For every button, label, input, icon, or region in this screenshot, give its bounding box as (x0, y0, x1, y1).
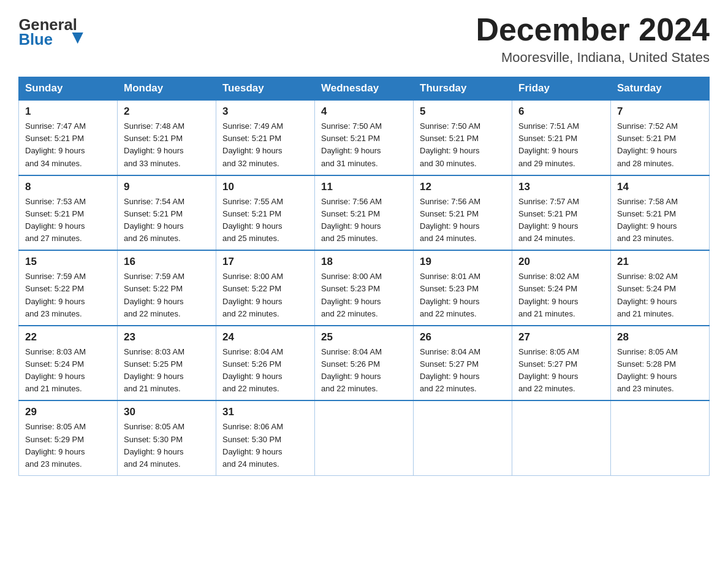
weekday-header-wednesday: Wednesday (315, 77, 414, 101)
day-number: 8 (25, 181, 111, 193)
calendar-cell: 24 Sunrise: 8:04 AMSunset: 5:26 PMDaylig… (216, 326, 315, 401)
week-row-2: 8 Sunrise: 7:53 AMSunset: 5:21 PMDayligh… (19, 175, 710, 251)
day-info: Sunrise: 8:02 AMSunset: 5:24 PMDaylight:… (518, 270, 604, 320)
day-number: 12 (420, 181, 506, 193)
day-info: Sunrise: 8:05 AMSunset: 5:28 PMDaylight:… (617, 346, 703, 396)
day-info: Sunrise: 8:04 AMSunset: 5:27 PMDaylight:… (420, 346, 506, 396)
calendar-cell: 2 Sunrise: 7:48 AMSunset: 5:21 PMDayligh… (118, 100, 216, 175)
day-info: Sunrise: 8:03 AMSunset: 5:24 PMDaylight:… (25, 346, 111, 396)
calendar-cell: 25 Sunrise: 8:04 AMSunset: 5:26 PMDaylig… (315, 326, 414, 401)
day-info: Sunrise: 8:01 AMSunset: 5:23 PMDaylight:… (420, 270, 506, 320)
calendar-cell: 31 Sunrise: 8:06 AMSunset: 5:30 PMDaylig… (216, 400, 315, 475)
day-number: 4 (321, 105, 407, 118)
day-number: 1 (25, 105, 111, 118)
day-number: 21 (617, 256, 703, 268)
day-info: Sunrise: 7:53 AMSunset: 5:21 PMDaylight:… (25, 196, 111, 245)
day-info: Sunrise: 7:59 AMSunset: 5:22 PMDaylight:… (124, 270, 210, 320)
weekday-header-monday: Monday (118, 77, 216, 101)
week-row-1: 1 Sunrise: 7:47 AMSunset: 5:21 PMDayligh… (19, 100, 710, 175)
day-info: Sunrise: 8:00 AMSunset: 5:23 PMDaylight:… (321, 270, 407, 320)
day-info: Sunrise: 8:04 AMSunset: 5:26 PMDaylight:… (222, 346, 308, 396)
weekday-header-sunday: Sunday (19, 77, 118, 101)
calendar-cell (512, 400, 611, 475)
day-info: Sunrise: 7:52 AMSunset: 5:21 PMDaylight:… (617, 120, 703, 170)
calendar-cell: 16 Sunrise: 7:59 AMSunset: 5:22 PMDaylig… (118, 250, 216, 326)
day-number: 27 (518, 331, 604, 343)
calendar-cell: 29 Sunrise: 8:05 AMSunset: 5:29 PMDaylig… (19, 400, 118, 475)
calendar-cell: 18 Sunrise: 8:00 AMSunset: 5:23 PMDaylig… (315, 250, 414, 326)
day-number: 6 (518, 105, 604, 118)
day-info: Sunrise: 8:03 AMSunset: 5:25 PMDaylight:… (124, 346, 210, 396)
header: General Blue December 2024 Mooresville, … (18, 12, 710, 66)
day-number: 18 (321, 256, 407, 268)
month-title: December 2024 (476, 12, 710, 47)
calendar-cell: 14 Sunrise: 7:58 AMSunset: 5:21 PMDaylig… (611, 175, 710, 251)
calendar-table: SundayMondayTuesdayWednesdayThursdayFrid… (18, 77, 710, 476)
calendar-cell: 30 Sunrise: 8:05 AMSunset: 5:30 PMDaylig… (118, 400, 216, 475)
weekday-header-thursday: Thursday (414, 77, 512, 101)
logo: General Blue (18, 12, 92, 48)
weekday-header-friday: Friday (512, 77, 611, 101)
day-number: 10 (222, 181, 308, 193)
day-number: 2 (124, 105, 210, 118)
calendar-cell: 4 Sunrise: 7:50 AMSunset: 5:21 PMDayligh… (315, 100, 414, 175)
day-info: Sunrise: 7:48 AMSunset: 5:21 PMDaylight:… (124, 120, 210, 170)
day-info: Sunrise: 7:50 AMSunset: 5:21 PMDaylight:… (420, 120, 506, 170)
day-number: 9 (124, 181, 210, 193)
day-info: Sunrise: 8:02 AMSunset: 5:24 PMDaylight:… (617, 270, 703, 320)
day-info: Sunrise: 7:56 AMSunset: 5:21 PMDaylight:… (420, 196, 506, 245)
day-info: Sunrise: 8:05 AMSunset: 5:27 PMDaylight:… (518, 346, 604, 396)
day-number: 13 (518, 181, 604, 193)
calendar-cell: 1 Sunrise: 7:47 AMSunset: 5:21 PMDayligh… (19, 100, 118, 175)
calendar-cell (611, 400, 710, 475)
day-number: 20 (518, 256, 604, 268)
day-number: 16 (124, 256, 210, 268)
location-title: Mooresville, Indiana, United States (476, 50, 710, 66)
day-number: 31 (222, 406, 308, 418)
day-info: Sunrise: 7:51 AMSunset: 5:21 PMDaylight:… (518, 120, 604, 170)
calendar-cell: 13 Sunrise: 7:57 AMSunset: 5:21 PMDaylig… (512, 175, 611, 251)
day-info: Sunrise: 7:59 AMSunset: 5:22 PMDaylight:… (25, 270, 111, 320)
day-info: Sunrise: 7:58 AMSunset: 5:21 PMDaylight:… (617, 196, 703, 245)
day-number: 22 (25, 331, 111, 343)
day-info: Sunrise: 7:55 AMSunset: 5:21 PMDaylight:… (222, 196, 308, 245)
day-number: 3 (222, 105, 308, 118)
day-number: 15 (25, 256, 111, 268)
week-row-5: 29 Sunrise: 8:05 AMSunset: 5:29 PMDaylig… (19, 400, 710, 475)
calendar-cell: 20 Sunrise: 8:02 AMSunset: 5:24 PMDaylig… (512, 250, 611, 326)
day-info: Sunrise: 8:04 AMSunset: 5:26 PMDaylight:… (321, 346, 407, 396)
calendar-cell: 3 Sunrise: 7:49 AMSunset: 5:21 PMDayligh… (216, 100, 315, 175)
calendar-cell: 23 Sunrise: 8:03 AMSunset: 5:25 PMDaylig… (118, 326, 216, 401)
day-number: 14 (617, 181, 703, 193)
day-number: 17 (222, 256, 308, 268)
svg-marker-2 (72, 33, 83, 44)
day-info: Sunrise: 8:00 AMSunset: 5:22 PMDaylight:… (222, 270, 308, 320)
logo-svg: General Blue (18, 12, 92, 46)
day-number: 7 (617, 105, 703, 118)
calendar-cell: 6 Sunrise: 7:51 AMSunset: 5:21 PMDayligh… (512, 100, 611, 175)
weekday-header-tuesday: Tuesday (216, 77, 315, 101)
day-info: Sunrise: 8:05 AMSunset: 5:29 PMDaylight:… (25, 421, 111, 470)
day-info: Sunrise: 7:47 AMSunset: 5:21 PMDaylight:… (25, 120, 111, 170)
day-info: Sunrise: 7:49 AMSunset: 5:21 PMDaylight:… (222, 120, 308, 170)
svg-text:Blue: Blue (18, 31, 53, 46)
week-row-4: 22 Sunrise: 8:03 AMSunset: 5:24 PMDaylig… (19, 326, 710, 401)
day-number: 30 (124, 406, 210, 418)
calendar-cell: 15 Sunrise: 7:59 AMSunset: 5:22 PMDaylig… (19, 250, 118, 326)
calendar-cell: 9 Sunrise: 7:54 AMSunset: 5:21 PMDayligh… (118, 175, 216, 251)
weekday-header-saturday: Saturday (611, 77, 710, 101)
calendar-cell (414, 400, 512, 475)
day-number: 25 (321, 331, 407, 343)
day-info: Sunrise: 7:54 AMSunset: 5:21 PMDaylight:… (124, 196, 210, 245)
day-number: 29 (25, 406, 111, 418)
day-number: 19 (420, 256, 506, 268)
calendar-cell (315, 400, 414, 475)
calendar-cell: 22 Sunrise: 8:03 AMSunset: 5:24 PMDaylig… (19, 326, 118, 401)
calendar-cell: 21 Sunrise: 8:02 AMSunset: 5:24 PMDaylig… (611, 250, 710, 326)
calendar-cell: 28 Sunrise: 8:05 AMSunset: 5:28 PMDaylig… (611, 326, 710, 401)
week-row-3: 15 Sunrise: 7:59 AMSunset: 5:22 PMDaylig… (19, 250, 710, 326)
calendar-cell: 19 Sunrise: 8:01 AMSunset: 5:23 PMDaylig… (414, 250, 512, 326)
calendar-cell: 11 Sunrise: 7:56 AMSunset: 5:21 PMDaylig… (315, 175, 414, 251)
day-number: 24 (222, 331, 308, 343)
calendar-cell: 27 Sunrise: 8:05 AMSunset: 5:27 PMDaylig… (512, 326, 611, 401)
